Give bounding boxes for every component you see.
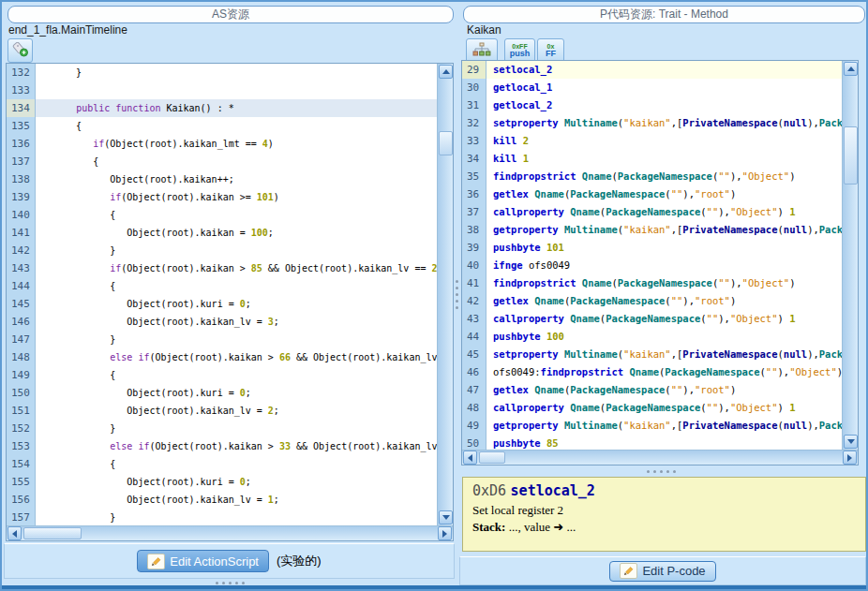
code-line[interactable]: 132 } xyxy=(7,64,437,81)
scroll-up-button[interactable] xyxy=(439,65,453,79)
code-line[interactable]: 144 { xyxy=(7,277,437,295)
add-script-button[interactable] xyxy=(7,38,33,63)
code-line[interactable]: 142 } xyxy=(7,242,437,259)
code-line[interactable]: 35findpropstrict Qname(PackageNamespace(… xyxy=(462,168,842,185)
code-line[interactable]: 42getlex Qname(PackageNamespace(""),"roo… xyxy=(462,292,842,310)
right-splitter-dots[interactable] xyxy=(647,470,676,473)
scroll-left-button[interactable] xyxy=(463,451,477,465)
line-number: 152 xyxy=(7,420,36,437)
code-line[interactable]: 146 Object(root).kaikan_lv = 3; xyxy=(7,313,437,331)
scroll-thumb[interactable] xyxy=(479,451,505,464)
pencil-icon xyxy=(147,554,165,569)
code-line[interactable]: 40ifnge ofs0049 xyxy=(462,257,842,274)
line-number: 141 xyxy=(7,224,36,242)
code-line[interactable]: 31getlocal_2 xyxy=(462,96,842,114)
window-bottom-border xyxy=(2,585,866,589)
code-line[interactable]: 145 Object(root).kuri = 0; xyxy=(7,295,437,313)
code-line[interactable]: 38getproperty Multiname("kaikan",[Privat… xyxy=(462,221,842,239)
pcode-vertical-scrollbar[interactable] xyxy=(842,61,858,450)
code-line[interactable]: 48callproperty Qname(PackageNamespace(""… xyxy=(462,399,842,417)
line-number: 145 xyxy=(7,295,36,313)
code-line[interactable]: 148 else if(Object(root).kaikan > 66 && … xyxy=(7,348,437,366)
pcode-edit-bar: Edit P-code xyxy=(459,556,866,585)
line-number: 142 xyxy=(7,242,36,259)
as-horizontal-scrollbar[interactable] xyxy=(7,525,453,540)
line-number: 154 xyxy=(7,455,36,473)
code-line[interactable]: 139 if(Object(root).kaikan >= 101) xyxy=(7,188,437,206)
pcode-rows[interactable]: 29setlocal_230getlocal_131getlocal_232se… xyxy=(462,61,842,450)
opcode-description: Set local register 2 xyxy=(472,503,856,518)
code-line[interactable]: 135 { xyxy=(7,117,437,135)
code-line[interactable]: 41findpropstrict Qname(PackageNamespace(… xyxy=(462,274,842,292)
as-edit-bar: Edit ActionScript (实验的) xyxy=(4,543,455,579)
pcode-editor[interactable]: 29setlocal_230getlocal_131getlocal_232se… xyxy=(461,60,859,465)
code-line[interactable]: 32setproperty Multiname("kaikan",[Privat… xyxy=(462,114,842,132)
line-number: 47 xyxy=(462,381,486,399)
code-line[interactable]: 156 Object(root).kaikan_lv = 1; xyxy=(7,491,437,509)
line-number: 31 xyxy=(462,96,486,114)
scroll-left-button[interactable] xyxy=(7,526,22,540)
code-line[interactable]: 133 xyxy=(7,81,437,99)
code-line[interactable]: 138 Object(root).kaikan++; xyxy=(7,170,437,188)
edit-actionscript-button[interactable]: Edit ActionScript xyxy=(137,550,269,572)
code-line[interactable]: 157 } xyxy=(7,509,437,525)
instruction-info-box: 0xD6 setlocal_2 Set local register 2 Sta… xyxy=(462,477,866,552)
code-line[interactable]: 150 Object(root).kuri = 0; xyxy=(7,384,437,402)
as-code-rows[interactable]: 132 }133134 public function Kaikan() : *… xyxy=(7,64,437,525)
code-line[interactable]: 149 { xyxy=(7,366,437,384)
code-line[interactable]: 29setlocal_2 xyxy=(462,61,842,79)
stack-value: ..., value ➜ ... xyxy=(509,520,576,534)
line-number: 30 xyxy=(462,79,486,96)
line-number: 40 xyxy=(462,257,486,274)
code-line[interactable]: 137 { xyxy=(7,153,437,170)
code-line[interactable]: 30getlocal_1 xyxy=(462,79,842,96)
line-number: 41 xyxy=(462,274,486,292)
code-line[interactable]: 45setproperty Multiname("kaikan",[Privat… xyxy=(462,346,842,363)
code-line[interactable]: 43callproperty Qname(PackageNamespace(""… xyxy=(462,310,842,328)
as-breadcrumb: end_1_fla.MainTimeline xyxy=(8,23,127,37)
code-line[interactable]: 136 if(Object(root).kaikan_lmt == 4) xyxy=(7,135,437,153)
code-line[interactable]: 37callproperty Qname(PackageNamespace(""… xyxy=(462,203,842,221)
scroll-thumb[interactable] xyxy=(439,131,453,155)
code-line[interactable]: 154 { xyxy=(7,455,437,473)
code-line[interactable]: 44pushbyte 100 xyxy=(462,328,842,346)
line-number: 37 xyxy=(462,203,486,221)
code-line[interactable]: 151 Object(root).kaikan_lv = 2; xyxy=(7,402,437,420)
scroll-down-button[interactable] xyxy=(439,510,453,525)
scroll-down-button[interactable] xyxy=(844,435,858,449)
code-line[interactable]: 153 else if(Object(root).kaikan > 33 && … xyxy=(7,437,437,455)
edit-pcode-button[interactable]: Edit P-code xyxy=(609,561,715,582)
scroll-right-button[interactable] xyxy=(438,526,452,540)
left-splitter-dots[interactable] xyxy=(216,582,245,584)
code-line[interactable]: 34kill 1 xyxy=(462,150,842,168)
opcode-hex: 0xD6 xyxy=(472,482,506,499)
code-line[interactable]: 33kill 2 xyxy=(462,132,842,150)
code-line[interactable]: 39pushbyte 101 xyxy=(462,239,842,257)
pencil-icon xyxy=(620,563,637,579)
code-line[interactable]: 49getproperty Multiname("kaikan",[Privat… xyxy=(462,417,842,435)
line-number: 50 xyxy=(462,435,486,450)
code-line[interactable]: 147 } xyxy=(7,331,437,348)
code-line[interactable]: 50pushbyte 85 xyxy=(462,435,842,450)
scroll-up-button[interactable] xyxy=(844,62,858,76)
code-line[interactable]: 36getlex Qname(PackageNamespace(""),"roo… xyxy=(462,185,842,203)
as-code-editor[interactable]: 132 }133134 public function Kaikan() : *… xyxy=(6,63,454,541)
code-line[interactable]: 140 { xyxy=(7,206,437,224)
code-line[interactable]: 134 public function Kaikan() : * xyxy=(7,99,437,117)
scroll-right-button[interactable] xyxy=(843,451,857,465)
scroll-thumb[interactable] xyxy=(844,126,858,185)
line-number: 48 xyxy=(462,399,486,417)
code-line[interactable]: 47getlex Qname(PackageNamespace(""),"roo… xyxy=(462,381,842,399)
code-line[interactable]: 46ofs0049:findpropstrict Qname(PackageNa… xyxy=(462,363,842,381)
code-line[interactable]: 143 if(Object(root).kaikan > 85 && Objec… xyxy=(7,259,437,277)
code-line[interactable]: 155 Object(root).kuri = 0; xyxy=(7,473,437,491)
scroll-thumb[interactable] xyxy=(23,527,82,539)
pcode-breadcrumb: Kaikan xyxy=(467,23,501,37)
panel-splitter-handle[interactable] xyxy=(456,280,458,309)
as-panel-header: AS资源 xyxy=(7,6,454,23)
code-line[interactable]: 141 Object(root).kaikan = 100; xyxy=(7,224,437,242)
as-vertical-scrollbar[interactable] xyxy=(437,64,453,525)
pcode-horizontal-scrollbar[interactable] xyxy=(462,450,858,465)
code-line[interactable]: 152 } xyxy=(7,420,437,437)
line-number: 132 xyxy=(7,64,36,81)
